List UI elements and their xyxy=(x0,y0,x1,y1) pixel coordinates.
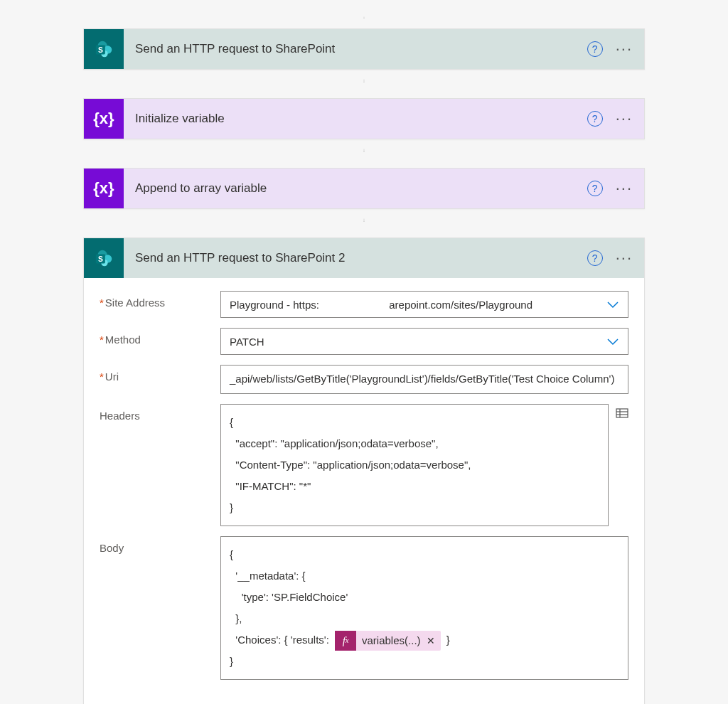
form-row-headers: Headers { "accept": "application/json;od… xyxy=(100,404,628,526)
expression-token[interactable]: fxvariables(...)✕ xyxy=(335,631,441,651)
form-row-method: *Method PATCH xyxy=(100,328,628,355)
help-icon[interactable]: ? xyxy=(587,111,603,127)
overflow-menu-icon[interactable]: ··· xyxy=(616,181,633,196)
headers-label: Headers xyxy=(100,404,220,422)
fx-icon: fx xyxy=(335,631,356,651)
expression-token-label: variables(...) xyxy=(362,630,421,651)
method-select[interactable]: PATCH xyxy=(220,328,628,355)
variable-icon: {x} xyxy=(84,169,124,208)
form-row-uri: *Uri _api/web/lists/GetByTitle('Playgrou… xyxy=(100,365,628,394)
site-address-label: *Site Address xyxy=(100,291,220,309)
action-card-sharepoint-2: S Send an HTTP request to SharePoint 2 ?… xyxy=(83,238,645,704)
sharepoint-icon: S xyxy=(84,238,124,278)
help-icon[interactable]: ? xyxy=(587,250,603,266)
form-row-body: Body { '__metadata': { 'type': 'SP.Field… xyxy=(100,536,628,680)
action-header[interactable]: {x} Append to array variable ? ··· xyxy=(84,169,644,208)
flow-arrow xyxy=(363,0,365,28)
headers-input[interactable]: { "accept": "application/json;odata=verb… xyxy=(220,404,609,526)
body-label: Body xyxy=(100,536,220,554)
overflow-menu-icon[interactable]: ··· xyxy=(616,250,633,266)
close-icon[interactable]: ✕ xyxy=(427,631,435,651)
svg-rect-14 xyxy=(616,409,628,417)
method-value: PATCH xyxy=(230,336,606,348)
flow-arrow xyxy=(363,70,365,98)
action-header[interactable]: S Send an HTTP request to SharePoint 2 ?… xyxy=(84,238,644,278)
site-address-select[interactable]: Playground - https: arepoint.com/sites/P… xyxy=(220,291,628,318)
method-label: *Method xyxy=(100,328,220,346)
action-title: Append to array variable xyxy=(124,181,587,196)
overflow-menu-icon[interactable]: ··· xyxy=(616,111,633,127)
action-title: Initialize variable xyxy=(124,112,587,126)
svg-text:S: S xyxy=(98,255,103,263)
svg-text:S: S xyxy=(98,46,103,54)
action-header[interactable]: S Send an HTTP request to SharePoint ? ·… xyxy=(84,29,644,69)
action-title: Send an HTTP request to SharePoint xyxy=(124,42,587,56)
switch-to-table-icon[interactable] xyxy=(616,404,628,423)
required-marker: * xyxy=(100,334,104,346)
variable-icon: {x} xyxy=(84,99,124,139)
flow-arrow xyxy=(363,209,365,238)
overflow-menu-icon[interactable]: ··· xyxy=(616,41,633,57)
action-header[interactable]: {x} Initialize variable ? ··· xyxy=(84,99,644,139)
help-icon[interactable]: ? xyxy=(587,181,603,196)
required-marker: * xyxy=(100,370,104,383)
flow-arrow xyxy=(363,139,365,168)
chevron-down-icon xyxy=(606,336,619,348)
chevron-down-icon xyxy=(606,299,619,311)
action-title: Send an HTTP request to SharePoint 2 xyxy=(124,251,587,265)
sharepoint-icon: S xyxy=(84,29,124,69)
uri-input[interactable]: _api/web/lists/GetByTitle('PlaygroundLis… xyxy=(220,365,628,394)
uri-label: *Uri xyxy=(100,365,220,383)
required-marker: * xyxy=(100,297,104,309)
action-body: *Site Address Playground - https: arepoi… xyxy=(84,278,644,704)
form-row-site-address: *Site Address Playground - https: arepoi… xyxy=(100,291,628,318)
site-address-value: Playground - https: arepoint.com/sites/P… xyxy=(230,299,606,311)
body-input[interactable]: { '__metadata': { 'type': 'SP.FieldChoic… xyxy=(220,536,628,680)
help-icon[interactable]: ? xyxy=(587,41,603,57)
